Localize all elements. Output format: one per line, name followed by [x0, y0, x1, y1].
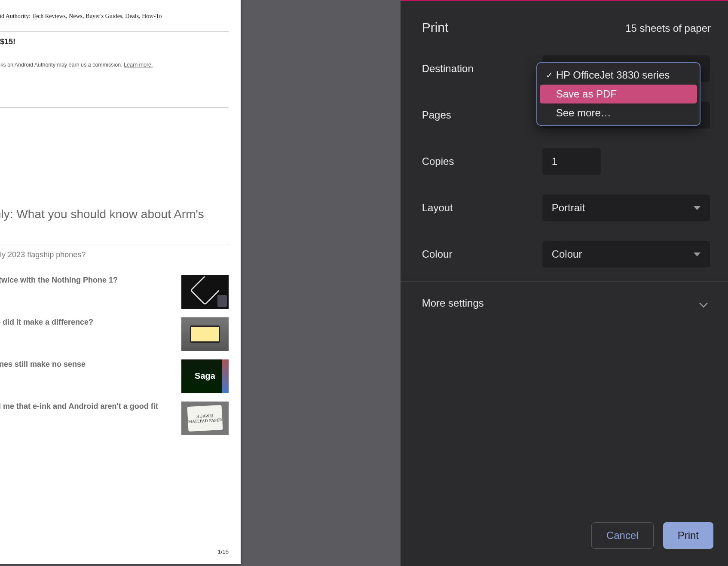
panel-title: Print: [422, 20, 449, 35]
dropdown-option-hp-printer[interactable]: ✓ HP OfficeJet 3830 series: [540, 66, 697, 85]
print-button[interactable]: Print: [663, 522, 713, 549]
affiliate-disclaimer: Links on Android Authority may earn us a…: [0, 46, 241, 68]
thumb-label: HUAWEI MATEPAD PAPER: [187, 405, 223, 432]
chevron-down-icon: [699, 299, 708, 307]
chevron-down-icon: [694, 253, 700, 256]
preview-page: Android Authority: Tech Reviews, News, B…: [0, 0, 241, 564]
cancel-button[interactable]: Cancel: [591, 522, 654, 549]
article-thumb: Saga: [181, 359, 229, 393]
more-settings-toggle[interactable]: More settings: [401, 282, 728, 325]
article-row: ooling fan to my phone — did it make a d…: [0, 309, 241, 351]
article-title: Pei make lightning strike twice with the…: [0, 275, 175, 285]
chevron-down-icon: [694, 206, 700, 210]
article-thumb: HUAWEI MATEPAD PAPER: [181, 402, 229, 435]
article-byline: i: [0, 327, 175, 335]
article-row: Pei make lightning strike twice with the…: [0, 267, 241, 309]
row-layout: Layout Portrait: [422, 195, 711, 221]
action-bar: Cancel Print: [401, 522, 728, 566]
lead-byline: s: [0, 259, 241, 267]
layout-select[interactable]: Portrait: [542, 195, 710, 221]
label-colour: Colour: [422, 248, 542, 260]
article-byline: i: [0, 285, 175, 292]
article-title: ooling fan to my phone — did it make a d…: [0, 317, 175, 327]
colour-select[interactable]: Colour: [542, 241, 710, 268]
print-preview-pane: Android Authority: Tech Reviews, News, B…: [0, 0, 401, 566]
option-label: See more…: [556, 107, 611, 119]
label-destination: Destination: [422, 63, 542, 75]
article-thumb: [181, 275, 229, 309]
row-colour: Colour Colour: [422, 241, 711, 268]
article-title: and blockchain smartphones still make no…: [0, 359, 175, 369]
destination-dropdown: ✓ HP OfficeJet 3830 series Save as PDF S…: [536, 62, 700, 126]
copies-value: 1: [552, 155, 557, 167]
article-title: Matepad Paper convinced me that e-ink an…: [0, 402, 175, 411]
row-copies: Copies 1: [422, 148, 711, 175]
article-thumb: [181, 317, 229, 351]
learn-more-link: Learn more.: [124, 62, 153, 68]
option-label: HP OfficeJet 3830 series: [556, 69, 670, 81]
article-row: Matepad Paper convinced me that e-ink an…: [0, 393, 241, 435]
label-pages: Pages: [422, 109, 542, 121]
preview-header: Android Authority: Tech Reviews, News, B…: [0, 0, 241, 20]
lead-headline: cing and 64-bit only: What you should kn…: [0, 108, 241, 238]
more-settings-label: More settings: [422, 297, 484, 309]
colour-value: Colour: [552, 248, 582, 260]
option-label: Save as PDF: [556, 88, 617, 100]
promo-banner: bile: Get a family plan for $15!: [0, 31, 241, 46]
copies-input[interactable]: 1: [542, 148, 601, 175]
panel-head: Print 15 sheets of paper: [422, 20, 711, 35]
layout-value: Portrait: [552, 202, 585, 214]
thumb-label: Saga: [195, 371, 215, 381]
dropdown-option-see-more[interactable]: See more…: [540, 103, 697, 122]
article-byline: ede: [0, 369, 175, 377]
lead-sub: expect ray-traced, 64-bit-only 2023 flag…: [0, 244, 241, 259]
label-layout: Layout: [422, 202, 542, 214]
preview-footer: uthority.com 1/15: [0, 548, 229, 555]
check-icon: ✓: [546, 70, 556, 80]
sheet-count: 15 sheets of paper: [625, 22, 711, 34]
label-copies: Copies: [422, 155, 542, 167]
dropdown-option-save-pdf[interactable]: Save as PDF: [540, 85, 697, 103]
article-row: and blockchain smartphones still make no…: [0, 351, 241, 393]
article-byline: y: [0, 411, 175, 419]
print-panel: Print 15 sheets of paper Destination Pag…: [401, 0, 728, 566]
disclaimer-text: Links on Android Authority may earn us a…: [0, 62, 124, 68]
page-counter: 1/15: [218, 548, 229, 555]
